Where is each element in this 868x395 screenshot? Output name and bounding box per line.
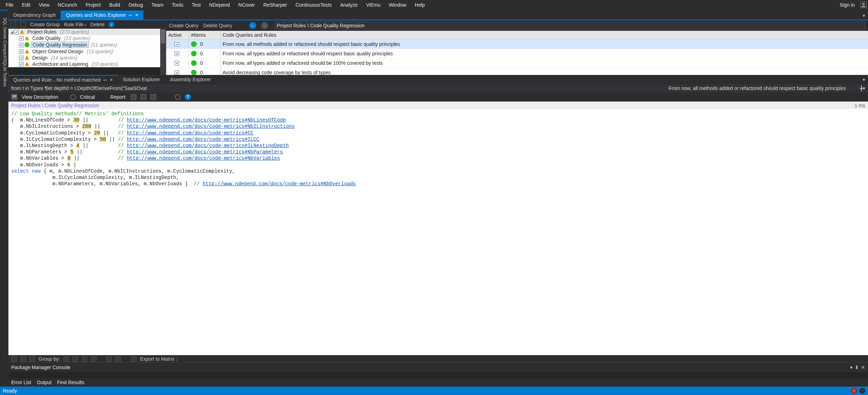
col-rule-header[interactable]: Code Queries and Rules xyxy=(221,31,868,39)
expander-icon[interactable]: ◢ xyxy=(10,30,14,34)
tab-overflow-dropdown[interactable]: ▾ xyxy=(860,76,868,84)
create-group-button[interactable]: Create Group xyxy=(30,22,60,27)
delete-group-button[interactable]: Delete xyxy=(90,22,104,27)
groupby-opt-icon[interactable] xyxy=(91,356,96,362)
tab-dependency-graph[interactable]: Dependency Graph xyxy=(8,11,61,20)
checkbox[interactable] xyxy=(19,43,23,47)
breadcrumb-input[interactable]: Project Rules \ Code Quality Regression xyxy=(274,22,865,29)
report-icon-3[interactable] xyxy=(150,94,156,100)
close-icon[interactable]: ✕ xyxy=(861,365,865,370)
doc-link[interactable]: http://www.ndepend.com/docs/code-metrics… xyxy=(127,137,259,142)
doc-link[interactable]: http://www.ndepend.com/docs/code-metrics… xyxy=(127,143,289,148)
tree-item-architecture-layering[interactable]: Architecture and Layering (10 queries) xyxy=(8,61,166,67)
menu-analyze[interactable]: Analyze xyxy=(336,1,362,9)
checkbox[interactable] xyxy=(19,56,23,60)
doc-link[interactable]: http://www.ndepend.com/docs/code-metrics… xyxy=(127,124,295,129)
report-icon-1[interactable] xyxy=(131,94,136,100)
rule-file-dropdown[interactable]: Rule File xyxy=(64,22,86,27)
help-icon[interactable]: ? xyxy=(185,94,191,100)
doc-link[interactable]: http://www.ndepend.com/docs/code-metrics… xyxy=(203,181,356,187)
col-active-header[interactable]: Active xyxy=(166,31,189,39)
dropdown-icon[interactable]: ▾ xyxy=(863,85,865,91)
groupby-opt-icon[interactable] xyxy=(63,356,69,362)
checkbox[interactable] xyxy=(19,62,23,67)
dropdown-icon[interactable]: ▾ xyxy=(850,365,853,370)
tab-find-results[interactable]: Find Results xyxy=(57,380,84,385)
checkbox[interactable] xyxy=(19,36,23,41)
menu-ndepend[interactable]: NDepend xyxy=(205,1,234,9)
groupby-icon[interactable] xyxy=(11,356,17,362)
pin-icon[interactable]: ⊷ xyxy=(129,13,132,17)
checkbox[interactable] xyxy=(175,70,179,75)
expand-all-icon[interactable] xyxy=(11,22,16,27)
close-icon[interactable]: ✕ xyxy=(110,78,113,82)
critical-gear-icon[interactable] xyxy=(70,94,76,100)
scrollbar[interactable] xyxy=(160,29,166,75)
checkbox[interactable] xyxy=(14,30,19,34)
tab-assembly-explorer[interactable]: Assembly Explorer xyxy=(165,75,216,84)
menu-team[interactable]: Team xyxy=(147,1,168,9)
close-icon[interactable]: ✕ xyxy=(135,13,138,18)
tab-overflow-dropdown[interactable]: ▾ xyxy=(860,12,868,20)
package-manager-console-header[interactable]: Package Manager Console ▾ ⬇ ✕ xyxy=(8,362,868,372)
doc-link[interactable]: http://www.ndepend.com/docs/code-metrics… xyxy=(127,130,253,136)
doc-link[interactable]: http://www.ndepend.com/docs/code-metrics… xyxy=(127,149,283,155)
ncrunch-status-icon[interactable] xyxy=(851,388,857,394)
rule-row[interactable]: 0 Avoid decreasing code coverage by test… xyxy=(166,68,868,75)
menu-ncrunch[interactable]: NCrunch xyxy=(54,1,81,9)
collapse-all-icon[interactable] xyxy=(20,22,26,27)
menu-build[interactable]: Build xyxy=(105,1,124,9)
add-icon[interactable]: ╋ xyxy=(860,85,863,91)
delete-query-button[interactable]: Delete Query xyxy=(203,23,232,28)
rule-row[interactable]: 0 From now, all methods added or refacto… xyxy=(166,40,868,49)
settings-icon[interactable] xyxy=(175,94,181,100)
rule-row[interactable]: 0 From now, all types added or refactore… xyxy=(166,49,868,58)
groupby-opt-icon[interactable] xyxy=(73,356,78,362)
groupby-icon[interactable] xyxy=(29,356,35,362)
tree-item-code-quality[interactable]: Code Quality (13 queries) xyxy=(8,35,166,41)
tab-output[interactable]: Output xyxy=(37,380,52,385)
nav-back-icon[interactable]: ← xyxy=(249,22,256,29)
menu-ncover[interactable]: NCover xyxy=(234,1,259,9)
user-icon[interactable] xyxy=(860,2,867,8)
side-tab-sqltoolbox[interactable]: SQL Server Compact/SQLite Toolbox xyxy=(0,10,8,94)
status-dot-icon[interactable] xyxy=(860,388,865,394)
menu-window[interactable]: Window xyxy=(385,1,411,9)
tree-item-code-quality-regression[interactable]: Code Quality Regression (11 queries) xyxy=(8,41,166,48)
menu-debug[interactable]: Debug xyxy=(124,1,147,9)
groupby-opt-icon[interactable] xyxy=(106,356,112,362)
tab-queries-rules-explorer[interactable]: Queries and Rules Explorer ⊷ ✕ xyxy=(61,11,143,20)
checkbox[interactable] xyxy=(19,49,23,54)
rule-row[interactable]: 0 From now, all types added or refactore… xyxy=(166,58,868,68)
export-icon[interactable] xyxy=(131,356,136,362)
critical-label[interactable]: Critical xyxy=(80,94,95,100)
groupby-opt-icon[interactable] xyxy=(82,356,87,362)
pin-icon[interactable]: ⊷ xyxy=(103,78,107,82)
pin-icon[interactable]: ⬇ xyxy=(855,365,859,370)
checkbox[interactable] xyxy=(175,51,179,56)
breadcrumb-text[interactable]: Project Rules \ Code Quality Regression xyxy=(11,103,99,108)
menu-tools[interactable]: Tools xyxy=(168,1,188,9)
groupby-icon[interactable] xyxy=(20,356,26,362)
create-query-button[interactable]: Create Query xyxy=(169,23,198,28)
info-icon[interactable]: i xyxy=(109,22,114,27)
sign-in-link[interactable]: Sign in xyxy=(836,1,858,9)
tab-solution-explorer[interactable]: Solution Explorer xyxy=(118,75,165,84)
tab-query-result[interactable]: Queries and Rule…No method matched ⊷ ✕ xyxy=(8,75,118,84)
tree-item-oo-design[interactable]: Object Oriented Design (13 queries) xyxy=(8,48,166,55)
save-icon[interactable] xyxy=(11,94,18,100)
menu-continuoustests[interactable]: ContinuousTests xyxy=(291,1,336,9)
checkbox[interactable] xyxy=(175,42,179,47)
view-description-button[interactable]: View Description xyxy=(22,94,58,100)
tab-error-list[interactable]: Error List xyxy=(11,380,31,385)
menu-view[interactable]: View xyxy=(35,1,54,9)
doc-link[interactable]: http://www.ndepend.com/docs/code-metrics… xyxy=(127,155,280,161)
menu-help[interactable]: Help xyxy=(411,1,429,9)
groupby-opt-icon[interactable] xyxy=(115,356,121,362)
checkbox[interactable] xyxy=(175,61,179,65)
package-manager-console-body[interactable] xyxy=(8,372,868,378)
doc-link[interactable]: http://www.ndepend.com/docs/code-metrics… xyxy=(127,117,286,123)
tree-item-project-rules[interactable]: ◢ Project Rules (273 queries) xyxy=(8,29,166,35)
menu-resharper[interactable]: ReSharper xyxy=(259,1,291,9)
code-editor[interactable]: // Low Quality methods// Metrics' defini… xyxy=(8,109,868,355)
